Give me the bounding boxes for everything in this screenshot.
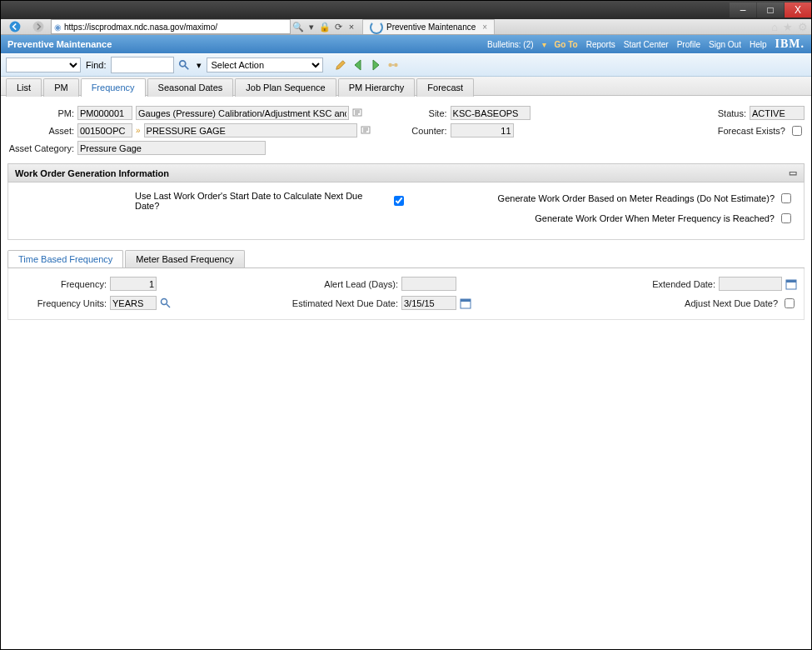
window-maximize-button[interactable]: □ [757,2,784,18]
asset-category-field[interactable] [77,141,266,155]
est-next-due-date-field[interactable] [401,296,456,310]
arrow-left-icon [351,58,365,72]
find-input[interactable] [111,57,174,73]
tab-close-button[interactable]: × [482,22,487,32]
extended-date-field[interactable] [719,277,782,291]
url-search-dropdown[interactable]: 🔍 [292,21,304,32]
home-icon[interactable]: ⌂ [771,21,778,33]
counter-field[interactable] [451,123,514,138]
svg-line-10 [167,304,170,308]
svg-line-3 [185,66,188,69]
pm-description-field[interactable] [136,106,349,120]
svg-point-4 [389,63,393,68]
tab-pm-hierarchy[interactable]: PM Hierarchy [338,78,416,97]
browser-toolbar: ◉ https://iscprodmax.ndc.nasa.gov/maximo… [1,19,811,35]
url-text: https://iscprodmax.ndc.nasa.gov/maximo/ [64,22,217,32]
pencil-icon [335,59,346,71]
tab-pm[interactable]: PM [43,78,79,97]
browser-right-controls: ⌂ ★ ⚙ [771,21,808,33]
close-icon: X [795,4,801,16]
select-action-dropdown[interactable]: Select Action [207,58,323,72]
search-chevron-icon[interactable]: ▾ [194,60,204,71]
url-stop-button[interactable]: × [346,21,357,32]
reports-link[interactable]: Reports [586,40,615,49]
frequency-units-lookup[interactable] [160,298,172,309]
meter-estimate-checkbox[interactable] [781,193,791,203]
meter-frequency-reached-label: Generate Work Order When Meter Frequency… [535,213,775,223]
tab-list[interactable]: List [6,78,42,97]
browser-tab[interactable]: Preventive Maintenance × [362,19,495,34]
record-tabs: List PM Frequency Seasonal Dates Job Pla… [1,77,811,96]
edit-button[interactable] [333,58,348,72]
workflow-button[interactable] [386,58,401,72]
workflow-icon [386,58,401,72]
wog-title: Work Order Generation Information [15,168,169,178]
meter-frequency-reached-checkbox[interactable] [781,213,791,223]
goto-link[interactable]: Go To [555,40,578,49]
bulletins-link[interactable]: Bulletins: (2) [487,40,534,49]
frequency-units-field[interactable] [110,296,157,310]
profile-link[interactable]: Profile [677,40,700,49]
meter-estimate-label: Generate Work Order Based on Meter Readi… [498,193,775,203]
est-next-due-date-label: Estimated Next Due Date: [273,298,398,308]
magnify-icon [178,59,190,71]
maximize-icon: □ [767,4,773,16]
arrow-right-icon [369,58,382,72]
wog-section-body: Use Last Work Order's Start Date to Calc… [7,182,805,240]
url-refresh-button[interactable]: ⟳ [332,21,344,32]
frequency-units-label: Frequency Units: [15,298,107,308]
tab-frequency[interactable]: Frequency [81,78,146,97]
pm-field[interactable] [77,106,132,120]
tab-forecast[interactable]: Forecast [416,78,474,97]
use-last-start-date-checkbox[interactable] [394,196,404,206]
subtab-meter-based[interactable]: Meter Based Frequency [125,250,244,268]
alert-lead-label: Alert Lead (Days): [273,279,398,289]
url-dropdown-icon[interactable]: ▾ [306,21,317,32]
browser-forward-button[interactable] [27,19,49,34]
est-next-due-date-calendar[interactable] [460,298,471,309]
window-close-button[interactable]: X [785,2,811,18]
asset-category-label: Asset Category: [7,143,74,153]
favorites-icon[interactable]: ★ [783,21,793,33]
asset-description-field[interactable] [144,123,357,138]
previous-button[interactable] [351,58,366,72]
content-area: PM: Asset: » Asset Category: [1,96,811,330]
forecast-exists-checkbox[interactable] [792,126,802,136]
next-button[interactable] [368,58,383,72]
time-based-panel: Frequency: Frequency Units: Alert Lead (… [7,268,805,320]
site-field[interactable] [451,106,531,120]
wog-minimize-icon[interactable]: ▭ [789,168,797,178]
sign-out-link[interactable]: Sign Out [709,40,741,49]
svg-rect-12 [461,299,471,302]
status-field[interactable] [750,106,805,120]
status-label: Status: [718,108,746,118]
window-minimize-button[interactable]: – [730,2,756,18]
subtab-time-based[interactable]: Time Based Frequency [7,250,123,268]
globe-icon: ◉ [54,22,62,32]
extended-date-label: Extended Date: [652,279,715,289]
asset-field[interactable] [77,123,132,138]
svg-point-1 [33,22,44,32]
browser-back-button[interactable] [4,19,26,34]
loading-spinner-icon [370,21,383,34]
svg-rect-14 [786,280,796,282]
browser-url-field[interactable]: ◉ https://iscprodmax.ndc.nasa.gov/maximo… [51,19,291,34]
long-description-icon [361,125,372,137]
pm-long-description-button[interactable] [352,108,364,119]
start-center-link[interactable]: Start Center [624,40,669,49]
toolbar-view-select[interactable] [6,58,81,72]
tab-job-plan-sequence[interactable]: Job Plan Sequence [235,78,336,97]
tools-gear-icon[interactable]: ⚙ [798,21,808,33]
alert-lead-field[interactable] [401,277,456,291]
tab-title: Preventive Maintenance [386,22,476,32]
help-link[interactable]: Help [750,40,767,49]
tab-seasonal-dates[interactable]: Seasonal Dates [147,78,234,97]
extended-date-calendar[interactable] [785,278,797,290]
find-search-button[interactable] [177,58,192,72]
asset-long-description-button[interactable] [361,125,372,137]
use-last-start-date-label: Use Last Work Order's Start Date to Calc… [135,191,387,211]
adjust-next-due-date-checkbox[interactable] [785,298,795,308]
asset-detail-menu[interactable]: » [136,126,141,135]
frequency-field[interactable] [110,277,157,291]
app-header: Preventive Maintenance Bulletins: (2) ▾ … [1,35,811,53]
